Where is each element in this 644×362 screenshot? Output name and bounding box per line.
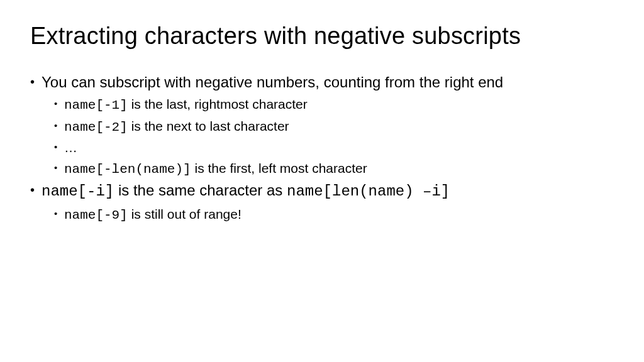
bullet-2-mid: is the same character as <box>114 182 287 199</box>
sub-4-code: name[-len(name)] <box>64 162 191 177</box>
sub-2-text: is the next to last character <box>128 119 289 133</box>
slide-title: Extracting characters with negative subs… <box>30 23 614 50</box>
sub-3: … <box>64 138 614 157</box>
sub-3-text: … <box>64 140 77 155</box>
sub-1-code: name[-1] <box>64 98 128 112</box>
sub-5-code: name[-9] <box>64 208 128 222</box>
sub-5-text: is still out of range! <box>128 207 242 221</box>
content-list: You can subscript with negative numbers,… <box>30 72 614 225</box>
bullet-1-text: You can subscript with negative numbers,… <box>42 74 503 90</box>
bullet-1: You can subscript with negative numbers,… <box>42 72 614 92</box>
sub-1-text: is the last, rightmost character <box>128 97 308 111</box>
sub-4-text: is the first, left most character <box>191 161 367 175</box>
bullet-2-code2: name[len(name) –i] <box>287 183 450 200</box>
sub-5: name[-9] is still out of range! <box>64 205 614 225</box>
sub-1: name[-1] is the last, rightmost characte… <box>64 95 614 115</box>
bullet-2: name[-i] is the same character as name[l… <box>42 180 614 202</box>
bullet-2-code1: name[-i] <box>42 183 114 200</box>
sub-2: name[-2] is the next to last character <box>64 117 614 137</box>
sub-4: name[-len(name)] is the first, left most… <box>64 159 614 179</box>
sub-2-code: name[-2] <box>64 120 128 134</box>
